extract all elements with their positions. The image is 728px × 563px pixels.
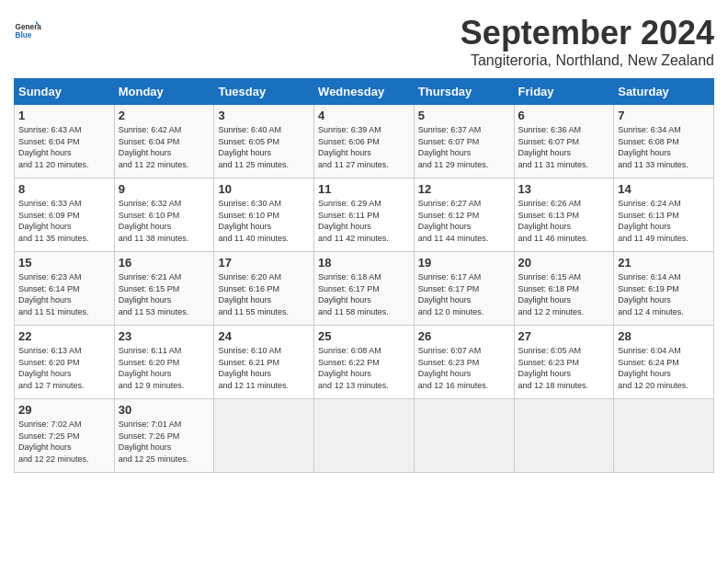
day-number: 18 [318,256,410,270]
calendar-cell: 7 Sunrise: 6:34 AM Sunset: 6:08 PM Dayli… [614,105,714,178]
cell-info: Sunrise: 6:13 AM Sunset: 6:20 PM Dayligh… [18,345,110,391]
calendar-cell [214,399,314,473]
cell-info: Sunrise: 6:23 AM Sunset: 6:14 PM Dayligh… [18,271,110,317]
cell-info: Sunrise: 6:29 AM Sunset: 6:11 PM Dayligh… [318,198,410,244]
weekday-header: Saturday [614,79,714,105]
cell-info: Sunrise: 6:40 AM Sunset: 6:05 PM Dayligh… [218,124,310,170]
calendar-week-row: 8 Sunrise: 6:33 AM Sunset: 6:09 PM Dayli… [15,178,714,252]
day-number: 1 [18,109,110,122]
cell-info: Sunrise: 6:21 AM Sunset: 6:15 PM Dayligh… [119,271,210,317]
logo-icon: General Blue [14,14,41,41]
day-number: 4 [318,109,410,122]
day-number: 29 [18,403,110,417]
day-number: 24 [218,329,310,343]
day-number: 21 [618,256,710,270]
cell-info: Sunrise: 6:14 AM Sunset: 6:19 PM Dayligh… [618,271,710,317]
day-number: 5 [418,109,510,122]
weekday-header: Friday [514,79,614,105]
title-area: September 2024 Tangiteroria, Northland, … [461,14,714,69]
day-number: 13 [518,182,610,196]
cell-info: Sunrise: 6:42 AM Sunset: 6:04 PM Dayligh… [119,124,210,170]
cell-info: Sunrise: 6:43 AM Sunset: 6:04 PM Dayligh… [18,124,110,170]
calendar-cell: 4 Sunrise: 6:39 AM Sunset: 6:06 PM Dayli… [314,105,415,178]
cell-info: Sunrise: 6:30 AM Sunset: 6:10 PM Dayligh… [218,198,310,244]
cell-info: Sunrise: 6:18 AM Sunset: 6:17 PM Dayligh… [318,271,410,317]
calendar-cell: 10 Sunrise: 6:30 AM Sunset: 6:10 PM Dayl… [214,178,314,252]
cell-info: Sunrise: 6:11 AM Sunset: 6:20 PM Dayligh… [119,345,210,391]
day-number: 19 [418,256,510,270]
calendar-cell: 9 Sunrise: 6:32 AM Sunset: 6:10 PM Dayli… [114,178,214,252]
weekday-header: Thursday [414,79,514,105]
cell-info: Sunrise: 7:01 AM Sunset: 7:26 PM Dayligh… [119,419,210,465]
day-number: 26 [418,329,510,343]
calendar-cell: 29 Sunrise: 7:02 AM Sunset: 7:25 PM Dayl… [15,399,115,473]
calendar-cell: 1 Sunrise: 6:43 AM Sunset: 6:04 PM Dayli… [15,105,115,178]
cell-info: Sunrise: 6:04 AM Sunset: 6:24 PM Dayligh… [618,345,710,391]
day-number: 25 [318,329,410,343]
calendar-cell [614,399,714,473]
weekday-header: Tuesday [214,79,314,105]
calendar-cell: 18 Sunrise: 6:18 AM Sunset: 6:17 PM Dayl… [314,252,415,326]
calendar-cell: 27 Sunrise: 6:05 AM Sunset: 6:23 PM Dayl… [514,326,614,399]
day-number: 7 [618,109,710,122]
day-number: 8 [18,182,110,196]
day-number: 3 [218,109,310,122]
month-title: September 2024 [461,14,714,52]
cell-info: Sunrise: 6:39 AM Sunset: 6:06 PM Dayligh… [318,124,410,170]
calendar-cell: 21 Sunrise: 6:14 AM Sunset: 6:19 PM Dayl… [614,252,714,326]
weekday-header: Monday [114,79,214,105]
calendar-cell [414,399,514,473]
calendar-cell: 14 Sunrise: 6:24 AM Sunset: 6:13 PM Dayl… [614,178,714,252]
cell-info: Sunrise: 6:37 AM Sunset: 6:07 PM Dayligh… [418,124,510,170]
calendar-cell: 5 Sunrise: 6:37 AM Sunset: 6:07 PM Dayli… [414,105,514,178]
calendar-cell: 2 Sunrise: 6:42 AM Sunset: 6:04 PM Dayli… [114,105,214,178]
day-number: 23 [119,329,210,343]
cell-info: Sunrise: 6:27 AM Sunset: 6:12 PM Dayligh… [418,198,510,244]
day-number: 15 [18,256,110,270]
calendar-week-row: 29 Sunrise: 7:02 AM Sunset: 7:25 PM Dayl… [15,399,714,473]
cell-info: Sunrise: 6:10 AM Sunset: 6:21 PM Dayligh… [218,345,310,391]
calendar-cell: 28 Sunrise: 6:04 AM Sunset: 6:24 PM Dayl… [614,326,714,399]
weekday-header-row: SundayMondayTuesdayWednesdayThursdayFrid… [15,79,714,105]
weekday-header: Sunday [15,79,115,105]
weekday-header: Wednesday [314,79,415,105]
calendar-cell: 24 Sunrise: 6:10 AM Sunset: 6:21 PM Dayl… [214,326,314,399]
location-title: Tangiteroria, Northland, New Zealand [461,52,714,69]
calendar-cell: 25 Sunrise: 6:08 AM Sunset: 6:22 PM Dayl… [314,326,415,399]
calendar-cell: 17 Sunrise: 6:20 AM Sunset: 6:16 PM Dayl… [214,252,314,326]
cell-info: Sunrise: 7:02 AM Sunset: 7:25 PM Dayligh… [18,419,110,465]
day-number: 2 [119,109,210,122]
calendar-cell: 12 Sunrise: 6:27 AM Sunset: 6:12 PM Dayl… [414,178,514,252]
calendar-cell: 26 Sunrise: 6:07 AM Sunset: 6:23 PM Dayl… [414,326,514,399]
calendar-cell [514,399,614,473]
day-number: 9 [119,182,210,196]
day-number: 10 [218,182,310,196]
cell-info: Sunrise: 6:24 AM Sunset: 6:13 PM Dayligh… [618,198,710,244]
calendar-cell: 13 Sunrise: 6:26 AM Sunset: 6:13 PM Dayl… [514,178,614,252]
cell-info: Sunrise: 6:05 AM Sunset: 6:23 PM Dayligh… [518,345,610,391]
calendar-cell: 15 Sunrise: 6:23 AM Sunset: 6:14 PM Dayl… [15,252,115,326]
calendar-cell: 11 Sunrise: 6:29 AM Sunset: 6:11 PM Dayl… [314,178,415,252]
day-number: 30 [119,403,210,417]
svg-text:Blue: Blue [16,31,32,40]
cell-info: Sunrise: 6:32 AM Sunset: 6:10 PM Dayligh… [119,198,210,244]
day-number: 28 [618,329,710,343]
calendar-cell: 3 Sunrise: 6:40 AM Sunset: 6:05 PM Dayli… [214,105,314,178]
logo: General Blue [14,14,45,41]
calendar-week-row: 15 Sunrise: 6:23 AM Sunset: 6:14 PM Dayl… [15,252,714,326]
calendar-cell [314,399,415,473]
calendar-cell: 8 Sunrise: 6:33 AM Sunset: 6:09 PM Dayli… [15,178,115,252]
cell-info: Sunrise: 6:26 AM Sunset: 6:13 PM Dayligh… [518,198,610,244]
cell-info: Sunrise: 6:07 AM Sunset: 6:23 PM Dayligh… [418,345,510,391]
day-number: 6 [518,109,610,122]
cell-info: Sunrise: 6:08 AM Sunset: 6:22 PM Dayligh… [318,345,410,391]
cell-info: Sunrise: 6:17 AM Sunset: 6:17 PM Dayligh… [418,271,510,317]
day-number: 11 [318,182,410,196]
calendar-week-row: 1 Sunrise: 6:43 AM Sunset: 6:04 PM Dayli… [15,105,714,178]
calendar-table: SundayMondayTuesdayWednesdayThursdayFrid… [14,78,714,473]
header: General Blue September 2024 Tangiteroria… [14,14,714,69]
day-number: 20 [518,256,610,270]
calendar-week-row: 22 Sunrise: 6:13 AM Sunset: 6:20 PM Dayl… [15,326,714,399]
day-number: 27 [518,329,610,343]
cell-info: Sunrise: 6:20 AM Sunset: 6:16 PM Dayligh… [218,271,310,317]
